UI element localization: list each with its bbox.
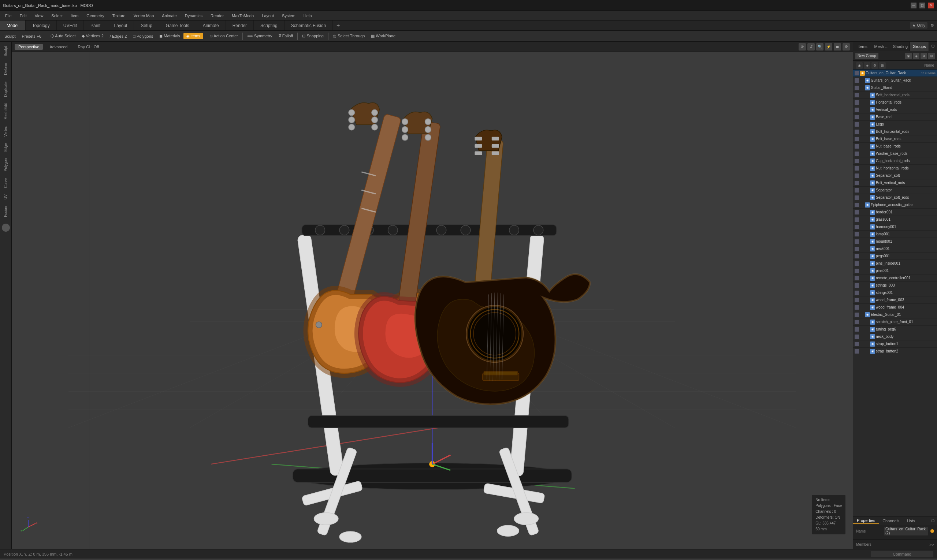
rpanel-tab-groups[interactable]: Groups xyxy=(910,42,929,51)
vp-icon-3[interactable]: 🔍 xyxy=(816,43,823,51)
vp-tab-advanced[interactable]: Advanced xyxy=(46,44,71,50)
list-item[interactable]: ◉strings001 xyxy=(853,289,937,297)
toolbar-btn-sculpt[interactable]: Sculpt xyxy=(2,33,18,39)
list-item[interactable]: ◉pins_inside001 xyxy=(853,260,937,267)
list-item[interactable]: ◉Guitars_on_Guitar_Rack xyxy=(853,77,937,84)
prop-tab-lists[interactable]: Lists xyxy=(903,518,919,524)
vis-icon[interactable] xyxy=(855,108,859,112)
command-field[interactable]: Command xyxy=(871,551,933,557)
toolbar-btn-/[interactable]: / Edges 2 xyxy=(107,33,129,39)
vis-icon[interactable] xyxy=(855,115,859,119)
list-item[interactable]: ◉Guitar_Stand xyxy=(853,84,937,91)
vp-tab-perspective[interactable]: Perspective xyxy=(15,44,43,50)
list-item[interactable]: ◉strap_button1 xyxy=(853,340,937,348)
toolbar-btn-◈[interactable]: ◈ Items xyxy=(183,33,203,39)
list-item[interactable]: ◉glass001 xyxy=(853,216,937,223)
vis-icon[interactable] xyxy=(855,305,859,310)
vis-icon[interactable] xyxy=(855,166,859,171)
vis-icon[interactable] xyxy=(855,342,859,346)
list-item[interactable]: ◉mount001 xyxy=(853,238,937,245)
viewport-canvas[interactable]: No Items Polygons : Face Channels : 0 De… xyxy=(12,52,853,549)
top-tab-scripting[interactable]: Scripting xyxy=(254,20,285,31)
add-tab-button[interactable]: + xyxy=(333,20,344,31)
list-item[interactable]: ◉Cap_horizontal_rods xyxy=(853,157,937,165)
vis-icon[interactable] xyxy=(855,335,859,339)
vis-icon[interactable] xyxy=(855,174,859,178)
vis-icon[interactable] xyxy=(855,225,859,229)
list-item[interactable]: ◉Nut_base_rods xyxy=(853,143,937,150)
vis-icon[interactable] xyxy=(855,312,859,317)
toolbar-btn-⬡[interactable]: ⬡ Auto Select xyxy=(48,33,79,39)
prop-tab-channels[interactable]: Channels xyxy=(879,518,903,524)
menu-item-help[interactable]: Help xyxy=(300,13,316,18)
list-item[interactable]: ◉Separator xyxy=(853,187,937,194)
close-button[interactable]: ✕ xyxy=(928,3,934,8)
items-icon-3[interactable]: ⚙ xyxy=(920,53,927,59)
list-item[interactable]: ◉Legs xyxy=(853,121,937,128)
menu-item-system[interactable]: System xyxy=(278,13,299,18)
vis-icon[interactable] xyxy=(855,86,859,90)
list-item[interactable]: ◉neck_body xyxy=(853,333,937,340)
list-item[interactable]: ◉lamp001 xyxy=(853,231,937,238)
vp-tab-raygl[interactable]: Ray GL: Off xyxy=(74,44,103,50)
menu-item-select[interactable]: Select xyxy=(48,13,66,18)
sidebar-tab-deform[interactable]: Deform xyxy=(2,60,9,78)
list-item[interactable]: ◉pins001 xyxy=(853,267,937,274)
menu-item-item[interactable]: Item xyxy=(67,13,82,18)
sidebar-tab-curve[interactable]: Curve xyxy=(2,175,9,191)
vp-icon-2[interactable]: ↺ xyxy=(808,43,815,51)
vis-icon[interactable] xyxy=(855,78,859,83)
list-item[interactable]: ◉Horizontal_rods xyxy=(853,99,937,106)
vp-icon-5[interactable]: ◼ xyxy=(834,43,841,51)
sidebar-circle[interactable] xyxy=(2,224,10,232)
rpanel-expand-button[interactable]: ⬡ xyxy=(929,42,937,51)
list-item[interactable]: ◉Nut_horizontal_rods xyxy=(853,165,937,172)
rpanel-tab-items[interactable]: Items xyxy=(853,42,872,51)
sidebar-tab-fusion[interactable]: Fusion xyxy=(2,203,9,220)
col-icon-1[interactable]: ◉ xyxy=(856,62,863,69)
list-item[interactable]: ◉Bolt_vertical_rods xyxy=(853,179,937,187)
toolbar-btn-⟺[interactable]: ⟺ Symmetry xyxy=(244,33,275,39)
settings-icon[interactable]: ⚙ xyxy=(931,23,934,28)
menu-item-vertex map[interactable]: Vertex Map xyxy=(130,13,158,18)
menu-item-file[interactable]: File xyxy=(2,13,15,18)
vp-icon-1[interactable]: ⟳ xyxy=(798,43,806,51)
new-group-button[interactable]: New Group xyxy=(855,53,878,59)
vis-icon[interactable] xyxy=(855,144,859,149)
vis-icon[interactable] xyxy=(855,122,859,127)
members-expand[interactable]: >> xyxy=(929,542,934,547)
list-item[interactable]: ◉Base_rod xyxy=(853,114,937,121)
col-icon-3[interactable]: ⚙ xyxy=(871,62,878,69)
vis-icon[interactable] xyxy=(855,269,859,273)
toolbar-btn-◼[interactable]: ◼ Materials xyxy=(156,33,183,39)
vis-icon[interactable] xyxy=(855,181,859,185)
sidebar-tab-polygon[interactable]: Polygon xyxy=(2,155,9,174)
menu-item-edit[interactable]: Edit xyxy=(16,13,31,18)
list-item[interactable]: ◉Soft_horizontal_rods xyxy=(853,91,937,99)
minimize-button[interactable]: ─ xyxy=(911,3,917,8)
sidebar-tab-vertex[interactable]: Vertex xyxy=(2,123,9,140)
col-icon-4[interactable]: ⊞ xyxy=(879,62,886,69)
sidebar-tab-uv[interactable]: UV xyxy=(2,191,9,202)
sidebar-tab-edge[interactable]: Edge xyxy=(2,140,9,154)
list-item[interactable]: ◉Separator_soft_rods xyxy=(853,194,937,201)
menu-item-render[interactable]: Render xyxy=(207,13,227,18)
col-icon-2[interactable]: ◈ xyxy=(864,62,870,69)
top-tab-model[interactable]: Model xyxy=(0,20,26,31)
prop-tab-properties[interactable]: Properties xyxy=(853,517,879,524)
vis-icon[interactable] xyxy=(855,247,859,251)
list-item[interactable]: ◉scratch_plate_front_01 xyxy=(853,318,937,326)
vis-icon[interactable] xyxy=(855,298,859,302)
top-tab-schematic-fusion[interactable]: Schematic Fusion xyxy=(285,20,333,31)
vp-icon-settings[interactable]: ⚙ xyxy=(843,43,850,51)
list-item[interactable]: ◉Washer_base_rods xyxy=(853,150,937,157)
vis-icon[interactable] xyxy=(855,276,859,280)
list-item[interactable]: ◉Bolt_base_rods xyxy=(853,135,937,143)
menu-item-animate[interactable]: Animate xyxy=(158,13,180,18)
top-tab-uvedit[interactable]: UVEdit xyxy=(57,20,84,31)
vp-icon-4[interactable]: ⚡ xyxy=(825,43,832,51)
list-item[interactable]: ◉strings_003 xyxy=(853,282,937,289)
toolbar-btn-□[interactable]: □ Polygons xyxy=(130,33,156,39)
vis-icon[interactable] xyxy=(855,159,859,163)
sidebar-tab-meshedit[interactable]: Mesh Edit xyxy=(2,100,9,122)
